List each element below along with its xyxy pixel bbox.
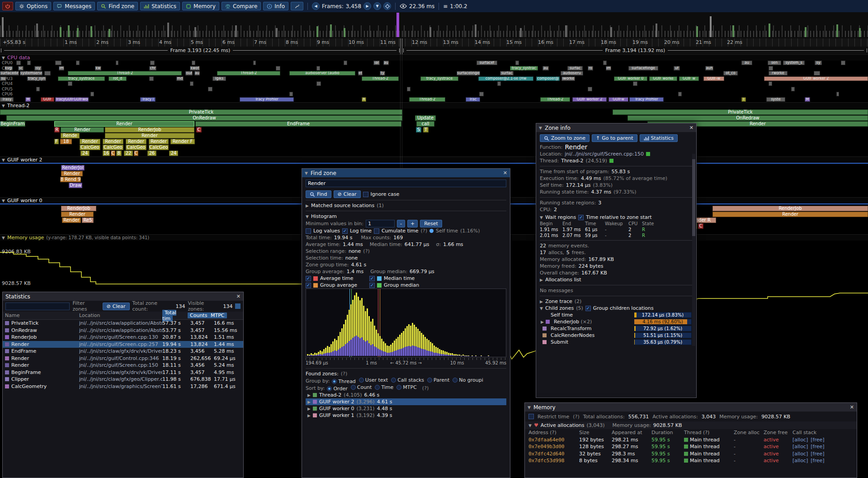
table-row[interactable]: EndFrame jni/../jni/src/claw/gfx/drv/vk/… xyxy=(3,348,243,355)
cpu-zone[interactable]: GUIF worker 0 xyxy=(614,76,647,81)
prev-frame-button[interactable]: ◀ xyxy=(312,2,320,10)
cpu-zone[interactable]: Tracy I xyxy=(140,97,156,102)
cpu-zone[interactable]: system_s xyxy=(783,61,805,65)
zone[interactable]: Render xyxy=(62,218,81,223)
zone[interactable]: Render xyxy=(103,139,123,144)
group-average-checkbox[interactable] xyxy=(306,283,311,288)
cpu-zone[interactable]: GUIF worke xyxy=(649,76,677,81)
find-zone-titlebar[interactable]: ▼Find zone✕ xyxy=(302,169,510,177)
allocations-list-collapser[interactable]: ▶Allocations list xyxy=(540,276,693,283)
zone[interactable]: BeginFrame xyxy=(0,121,25,127)
zone[interactable]: 16 xyxy=(103,151,110,156)
table-row[interactable]: Render jni/../jni/src/guif/Control.cpp:3… xyxy=(3,355,243,362)
cpu-zone[interactable]: im xyxy=(606,66,611,71)
cpu-zone[interactable]: Thread-2 xyxy=(68,71,182,76)
table-row[interactable]: PrivateTick jni/../jni/src/claw/applicat… xyxy=(3,320,243,327)
cpu-zone[interactable] xyxy=(36,87,40,91)
cpu-zone[interactable]: Tracy Profiler xyxy=(240,97,294,102)
column-location[interactable]: Location xyxy=(79,312,162,318)
sort-by-radio[interactable]: MTPC xyxy=(396,384,417,390)
cpu-zone[interactable] xyxy=(90,92,94,96)
group-by-radio[interactable]: Call stacks xyxy=(391,377,424,383)
zone[interactable]: R xyxy=(54,127,60,133)
cpu-zone[interactable] xyxy=(769,81,772,86)
cpu-zone[interactable]: sen xyxy=(768,61,781,65)
cpu-zone[interactable]: GUIFw xyxy=(609,97,628,102)
cpu-zone[interactable]: Thread-2 xyxy=(409,97,445,102)
cpu-zone[interactable]: sc xyxy=(18,66,24,71)
cpu-zone[interactable]: GUIF worker 2 xyxy=(572,97,607,102)
ignore-case-checkbox[interactable] xyxy=(363,192,368,197)
statistics-titlebar[interactable]: Statistics✕ xyxy=(3,292,243,301)
cpu-zone[interactable]: audioseru xyxy=(561,71,583,76)
min-bin-increase-button[interactable]: + xyxy=(407,220,418,227)
close-icon[interactable]: ✕ xyxy=(236,293,241,299)
child-zones-collapser[interactable]: ▼Child zones(5)Group children locations xyxy=(540,305,693,312)
frame-span[interactable]: Frame 3,193 (22.45 ms) xyxy=(1,47,400,54)
group-children-checkbox[interactable] xyxy=(585,306,591,311)
cpu-zone[interactable] xyxy=(16,61,21,65)
cpu-zone[interactable]: au xyxy=(194,71,200,76)
cpu-zone[interactable] xyxy=(588,87,592,91)
found-zone-group[interactable]: ▶ GUIF worker 2 (3,296) 4.61 s xyxy=(306,398,506,405)
zone[interactable]: Draw xyxy=(69,183,82,188)
zone[interactable]: Render xyxy=(105,133,194,138)
allocation-row[interactable]: 0x7e049b3d00 128 bytes 298.27 ms 59.95 s… xyxy=(525,443,857,450)
zone[interactable]: F xyxy=(54,139,59,144)
cpu-zone[interactable]: rworke xyxy=(769,71,788,76)
zone[interactable]: call xyxy=(416,121,434,127)
cpu-zone[interactable] xyxy=(791,87,795,91)
child-zone-row[interactable]: RecalcTransform 72.92 µs (1.62%) xyxy=(540,325,693,332)
cpu-zone[interactable]: surfacedingr xyxy=(0,71,19,76)
memory-titlebar[interactable]: ▼Memory✕ xyxy=(525,403,857,412)
cpu-zone[interactable] xyxy=(515,61,519,65)
cpu-zone[interactable]: TracyGUIFGUIFworl xyxy=(55,97,89,102)
cpu-zone[interactable] xyxy=(497,81,501,86)
cpu-zone[interactable]: surfac xyxy=(500,71,514,76)
collapse-icon[interactable]: ▼ xyxy=(540,215,543,220)
power-button[interactable] xyxy=(2,2,13,10)
table-row[interactable]: RenderJob jni/../jni/src/guif/Screen.cpp… xyxy=(3,334,243,341)
zone[interactable]: RenderJol xyxy=(61,165,85,170)
zone[interactable]: C xyxy=(134,151,138,156)
cpu-zone[interactable]: M xyxy=(805,97,810,102)
zone[interactable]: Render xyxy=(712,212,868,217)
cpu-zone[interactable]: su xyxy=(0,76,6,81)
zone[interactable]: Rende xyxy=(61,133,80,138)
sort-by-radio[interactable]: Time xyxy=(375,384,393,390)
table-row[interactable]: CalcGeometry jni/../jni/src/claw/graphic… xyxy=(3,383,243,390)
log-time-checkbox[interactable] xyxy=(342,228,348,234)
cpu-zone[interactable]: kwot xyxy=(190,66,200,71)
zone[interactable]: OnRedraw xyxy=(6,115,402,121)
cpu-zone[interactable]: GUIF-w xyxy=(703,76,724,81)
cpu-zone[interactable]: isy xyxy=(34,66,42,71)
restrict-time-checkbox[interactable] xyxy=(528,414,534,419)
zone[interactable]: Render xyxy=(80,139,100,144)
zoom-to-zone-button[interactable]: Zoom to zone xyxy=(540,134,590,142)
tools-button[interactable] xyxy=(291,2,303,10)
cpu-zone[interactable]: Trasy xyxy=(0,97,14,102)
group-by-radio[interactable]: No groupi xyxy=(453,377,483,383)
cpu-zone[interactable] xyxy=(769,66,773,71)
cpu-zone[interactable] xyxy=(678,92,682,96)
cpu-zone[interactable] xyxy=(76,61,80,65)
find-button[interactable]: Find xyxy=(306,190,331,198)
cpu-zone[interactable]: lgiks xyxy=(212,76,226,81)
histogram-collapser[interactable]: ▼Histogram xyxy=(306,213,506,220)
compare-button[interactable]: Compare xyxy=(222,2,261,10)
close-icon[interactable]: ✕ xyxy=(503,170,507,176)
cpu-zone[interactable]: Tracy Profiler xyxy=(629,97,664,102)
child-zone-row[interactable]: ▶ RenderJob (×2) 4.16 ms (92.60%) xyxy=(540,318,693,325)
alloc-address[interactable]: 0x7e049b3d00 xyxy=(528,444,579,450)
cpu-zone[interactable]: tracy_systrace xyxy=(420,76,458,81)
frame-span[interactable]: Frame 3,194 (13.92 ms) xyxy=(403,47,867,54)
cpu-zone[interactable]: cfir xyxy=(149,66,156,71)
log-values-checkbox[interactable] xyxy=(306,228,311,234)
zone[interactable]: RenderJob xyxy=(61,206,96,211)
go-to-parent-button[interactable]: ↑Go to parent xyxy=(592,134,637,142)
zone[interactable]: C xyxy=(111,151,115,156)
wait-region-row[interactable]: 1.91 ms 1.97 ms 61 µs - 2 R xyxy=(540,227,693,232)
zone-trace-collapser[interactable]: ▶Zone trace(2) xyxy=(540,298,693,305)
zone[interactable]: Render xyxy=(54,121,194,127)
cpu-zone[interactable]: md xyxy=(176,76,184,81)
